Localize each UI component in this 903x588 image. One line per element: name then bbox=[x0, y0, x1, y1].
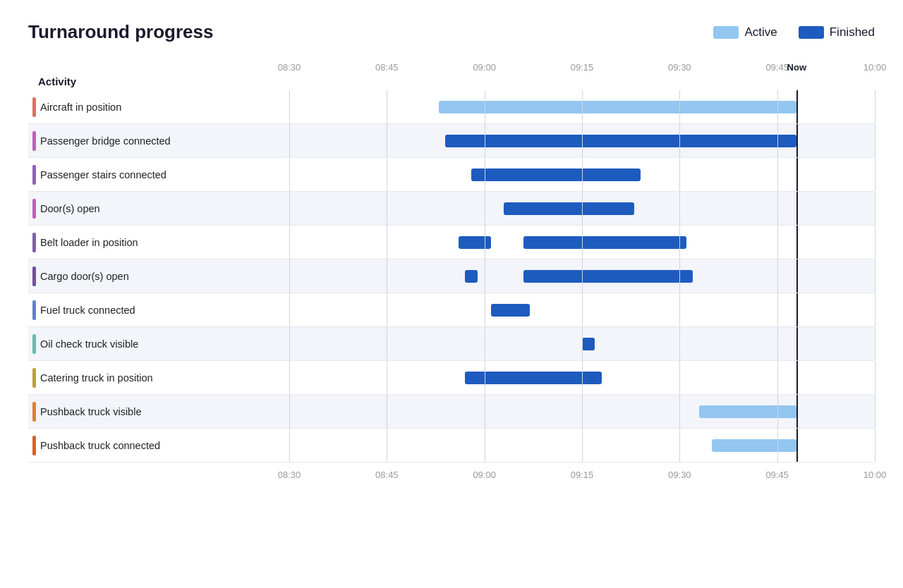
grid-line bbox=[875, 124, 875, 157]
activity-color-bar bbox=[32, 334, 36, 354]
grid-line bbox=[387, 158, 387, 191]
now-line bbox=[796, 158, 798, 191]
grid-line bbox=[289, 361, 290, 394]
bottom-axis-label: 09:15 bbox=[571, 470, 594, 480]
activity-label: Pushback truck connected bbox=[28, 436, 289, 455]
grid-line bbox=[289, 259, 290, 293]
gantt-bar-finished bbox=[465, 372, 602, 384]
grid-line bbox=[777, 124, 778, 157]
grid-line bbox=[289, 124, 290, 157]
bottom-axis-label: 09:00 bbox=[473, 470, 496, 480]
gantt-row: Passenger bridge connected bbox=[28, 124, 875, 158]
top-axis-label: 10:00 bbox=[863, 62, 887, 73]
grid-line bbox=[387, 90, 387, 123]
activity-label: Passenger stairs connected bbox=[28, 165, 289, 185]
bottom-axis-label: 09:30 bbox=[668, 470, 691, 480]
activity-name: Cargo door(s) open bbox=[40, 271, 129, 282]
grid-line bbox=[387, 327, 387, 360]
main-container: Turnaround progress Active Finished 08:3… bbox=[0, 0, 903, 588]
now-line bbox=[796, 259, 798, 293]
grid-line bbox=[777, 429, 778, 462]
grid-line bbox=[289, 90, 290, 123]
grid-line bbox=[582, 327, 583, 360]
grid-line bbox=[777, 327, 778, 360]
activity-label: Belt loader in position bbox=[28, 233, 289, 252]
activity-label: Door(s) open bbox=[28, 199, 289, 219]
grid-line bbox=[485, 361, 485, 394]
activity-color-bar bbox=[32, 368, 36, 388]
grid-line bbox=[777, 192, 778, 225]
activity-name: Passenger stairs connected bbox=[40, 169, 166, 180]
grid-line bbox=[387, 226, 387, 259]
activity-color-bar bbox=[32, 233, 36, 252]
activity-col-header: Activity bbox=[28, 75, 289, 90]
grid-line bbox=[387, 395, 387, 428]
grid-line bbox=[387, 259, 387, 293]
activity-name: Catering truck in position bbox=[40, 372, 153, 384]
grid-line bbox=[679, 192, 680, 225]
activity-name: Oil check truck visible bbox=[40, 338, 138, 350]
top-axis-label: 08:45 bbox=[375, 62, 399, 73]
gantt-bar-finished bbox=[465, 270, 478, 283]
activity-label: Fuel truck connected bbox=[28, 300, 289, 320]
legend-active-box bbox=[713, 26, 739, 39]
grid-line bbox=[777, 226, 778, 259]
grid-line bbox=[485, 259, 485, 293]
now-line bbox=[796, 395, 798, 428]
grid-line bbox=[875, 429, 875, 462]
grid-line bbox=[289, 395, 290, 428]
gantt-track bbox=[289, 429, 875, 462]
gantt-wrapper: Aircraft in positionPassenger bridge con… bbox=[28, 90, 875, 463]
activity-color-bar bbox=[32, 436, 36, 455]
grid-line bbox=[485, 327, 485, 360]
grid-line bbox=[582, 259, 583, 293]
gantt-row: Cargo door(s) open bbox=[28, 259, 875, 293]
now-line bbox=[796, 124, 798, 157]
now-line bbox=[796, 327, 798, 360]
grid-line bbox=[387, 429, 387, 462]
grid-line bbox=[289, 327, 290, 360]
top-axis-label: 09:15 bbox=[571, 62, 594, 73]
activity-label: Aircraft in position bbox=[28, 97, 289, 117]
grid-line bbox=[582, 124, 583, 157]
grid-line bbox=[582, 361, 583, 394]
grid-line bbox=[875, 293, 875, 326]
activity-color-bar bbox=[32, 97, 36, 117]
activity-color-bar bbox=[32, 131, 36, 151]
gantt-track bbox=[289, 158, 875, 191]
grid-line bbox=[679, 259, 680, 293]
activity-name: Door(s) open bbox=[40, 203, 100, 214]
top-axis-label: 09:00 bbox=[473, 62, 496, 73]
grid-line bbox=[679, 124, 680, 157]
grid-line bbox=[875, 259, 875, 293]
grid-line bbox=[679, 226, 680, 259]
legend-active: Active bbox=[713, 25, 777, 39]
activity-color-bar bbox=[32, 300, 36, 320]
activity-name: Passenger bridge connected bbox=[40, 135, 171, 147]
gantt-row: Catering truck in position bbox=[28, 361, 875, 395]
grid-line bbox=[387, 124, 387, 157]
gantt-bar-finished bbox=[459, 236, 491, 249]
gantt-bar-active bbox=[699, 405, 796, 418]
bottom-axis-label: 08:30 bbox=[278, 470, 301, 480]
grid-line bbox=[679, 90, 680, 123]
grid-line bbox=[582, 192, 583, 225]
gantt-bar-finished bbox=[523, 270, 693, 283]
grid-line bbox=[875, 226, 875, 259]
gantt-track bbox=[289, 192, 875, 225]
gantt-track bbox=[289, 259, 875, 293]
gantt-bar-finished bbox=[491, 304, 530, 317]
gantt-track bbox=[289, 395, 875, 428]
bottom-axis-label: 09:45 bbox=[765, 470, 789, 480]
legend-finished-box bbox=[799, 26, 824, 39]
grid-line bbox=[289, 192, 290, 225]
grid-line bbox=[875, 395, 875, 428]
now-line bbox=[796, 429, 798, 462]
gantt-bar-finished bbox=[445, 135, 796, 147]
now-line bbox=[796, 226, 798, 259]
grid-line bbox=[875, 158, 875, 191]
activity-name: Belt loader in position bbox=[40, 237, 138, 248]
now-line bbox=[796, 90, 798, 123]
grid-line bbox=[485, 395, 485, 428]
activity-color-bar bbox=[32, 402, 36, 422]
